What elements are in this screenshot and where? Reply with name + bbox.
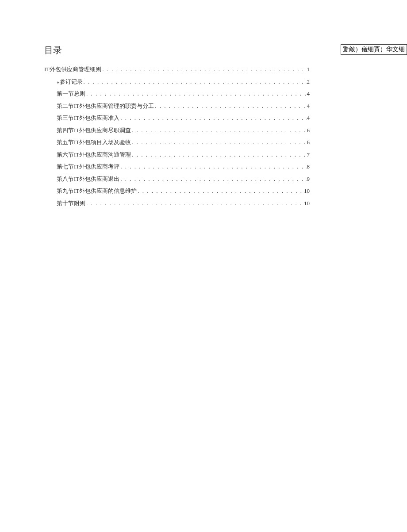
toc-entry-label: 第五节IT外包项目入场及验收 — [57, 138, 131, 147]
toc-entry: 第十节附则10 — [44, 199, 310, 208]
toc-entry-label: IT外包供应商管理细则 — [44, 65, 101, 74]
toc-entry: 第九节IT外包供应商的信息维护10 — [44, 187, 310, 195]
toc-entry: 第三节IT外包供应商准入4 — [44, 114, 310, 122]
toc-entry: 第四节IT外包供应商尽职调查6 — [44, 126, 310, 135]
toc-entry-page: 8 — [307, 162, 310, 171]
toc-entry-page: 6 — [307, 126, 310, 135]
toc-entry-label: 第九节IT外包供应商的信息维护 — [57, 187, 137, 195]
toc-entry: «参订记录2 — [44, 77, 310, 86]
toc-entry-dots — [119, 162, 307, 171]
toc-entry-dots — [85, 89, 307, 98]
toc-entry-dots — [131, 138, 307, 147]
toc-entry: IT外包供应商管理细则1 — [44, 65, 310, 74]
toc-entry-page: 4 — [307, 89, 310, 98]
toc-entry-page: 9 — [307, 175, 310, 184]
toc-entry-label: 第二节IT外包供应商管理的职责与分工 — [57, 102, 154, 111]
side-label: 驚敵）儀细賈）华文细 — [341, 44, 407, 55]
toc-entry-dots — [85, 199, 304, 208]
toc-entry-page: 4 — [307, 102, 310, 111]
toc-entry: 第七节IT外包供应商考评8 — [44, 162, 310, 171]
page-container: 目录 IT外包供应商管理细则1«参订记录2第一节总则4第二节IT外包供应商管理的… — [0, 0, 310, 207]
toc-entry-page: 6 — [307, 138, 310, 147]
toc-entry-label: 第六节IT外包供应商沟通管理 — [57, 150, 131, 159]
toc-entry-label: 第七节IT外包供应商考评 — [57, 162, 119, 171]
toc-entry: 第八节IT外包供应商退出9 — [44, 175, 310, 184]
toc-entry: 第五节IT外包项目入场及验收6 — [44, 138, 310, 147]
toc-entry-page: 10 — [304, 187, 310, 195]
toc-entry-page: 1 — [307, 65, 310, 74]
toc-entry-label: 第一节总则 — [57, 89, 85, 98]
toc-entry-page: 2 — [307, 77, 310, 86]
toc-entry-dots — [101, 65, 307, 74]
toc-entry-label: 第三节IT外包供应商准入 — [57, 114, 119, 122]
toc-entry: 第一节总则4 — [44, 89, 310, 98]
toc-entry-dots — [137, 187, 304, 195]
toc-entry-dots — [154, 102, 307, 111]
toc-entry: 第六节IT外包供应商沟通管理7 — [44, 150, 310, 159]
toc-entry-label: 第四节IT外包供应商尽职调查 — [57, 126, 131, 135]
toc-entry-dots — [83, 77, 307, 86]
toc-entry-dots — [119, 114, 307, 122]
toc-entry-dots — [131, 126, 307, 135]
toc-entry-dots — [131, 150, 307, 159]
toc-title: 目录 — [44, 44, 310, 56]
toc-entry-page: 7 — [307, 150, 310, 159]
toc-entry-page: 10 — [304, 199, 310, 208]
toc-entry-label: «参订记录 — [57, 77, 83, 86]
toc-entry-page: 4 — [307, 114, 310, 122]
toc-entry-dots — [119, 175, 307, 184]
toc-list: IT外包供应商管理细则1«参订记录2第一节总则4第二节IT外包供应商管理的职责与… — [44, 65, 310, 207]
toc-entry-label: 第十节附则 — [57, 199, 85, 208]
toc-entry: 第二节IT外包供应商管理的职责与分工4 — [44, 102, 310, 111]
toc-entry-label: 第八节IT外包供应商退出 — [57, 175, 119, 184]
